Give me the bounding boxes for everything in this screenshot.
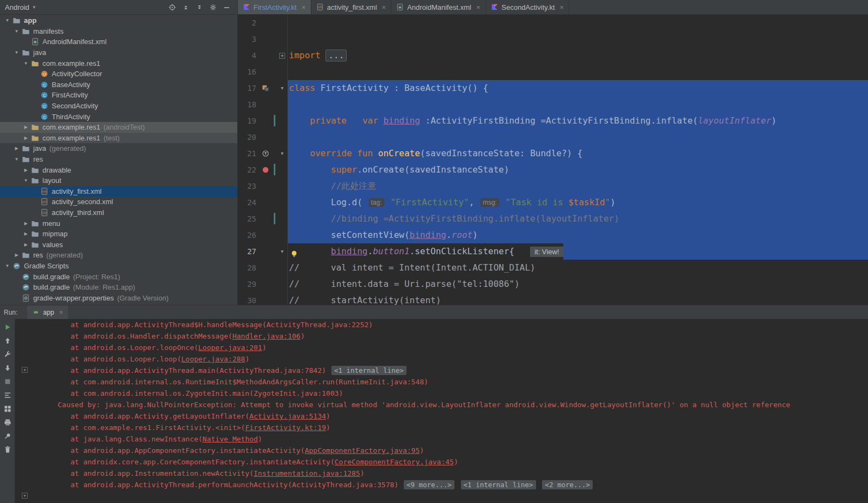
tree-item-res[interactable]: ▶res(generated) [0, 250, 237, 261]
tab-FirstActivity.kt[interactable]: FirstActivity.kt× [238, 0, 311, 14]
hide-icon[interactable] [223, 3, 231, 11]
chevron-down-icon[interactable]: ▼ [13, 50, 21, 55]
close-icon[interactable]: × [301, 3, 306, 11]
lambda-parameter-hint[interactable]: it: View! [530, 247, 563, 257]
fold-arrow-icon[interactable]: ▾ [277, 145, 287, 162]
collapse-all-icon[interactable] [182, 3, 190, 11]
pin-icon[interactable] [3, 432, 12, 440]
code-line-23[interactable]: 23 //此处注意 [238, 178, 868, 194]
tree-item-activity_second.xml[interactable]: </>activity_second.xml [0, 197, 237, 207]
folded-frames-chip[interactable]: <2 more...> [542, 480, 593, 489]
print-icon[interactable] [3, 418, 12, 427]
code-line-25[interactable]: 25 //binding =ActivityFirstBinding.infla… [238, 211, 868, 227]
layout-grid-icon[interactable] [3, 404, 12, 413]
stacktrace-link[interactable]: Instrumentation.java:1285 [254, 468, 360, 479]
close-icon[interactable]: × [59, 308, 63, 316]
tree-item-java[interactable]: ▼java [0, 47, 237, 58]
stacktrace-link[interactable]: Native Method [202, 433, 258, 445]
folded-frames-chip[interactable]: <1 internal line> [331, 366, 407, 375]
layout-icon[interactable] [262, 84, 269, 92]
tab-AndroidManifest.xml[interactable]: AndroidManifest.xml× [391, 0, 485, 14]
wrench-icon[interactable] [3, 350, 12, 359]
tree-item-com.example.res1[interactable]: ▼com.example.res1 [0, 58, 237, 69]
stacktrace-link[interactable]: AppComponentFactory.java:95 [305, 445, 420, 456]
code-line-4[interactable]: 4+import ... [238, 47, 868, 64]
fold-expand-icon[interactable]: + [279, 53, 285, 59]
folded-frames-chip[interactable]: <9 more...> [404, 480, 454, 489]
tree-item-ActivityCollector[interactable]: OActivityCollector [0, 69, 237, 79]
restore-layout-icon[interactable] [3, 391, 12, 400]
tab-activity_first.xml[interactable]: </>activity_first.xml× [311, 0, 391, 14]
console-fold-expand-icon[interactable]: + [22, 493, 28, 499]
tree-item-Gradle Scripts[interactable]: ▼Gradle Scripts [0, 261, 237, 272]
chevron-down-icon[interactable]: ▼ [3, 18, 11, 23]
fold-arrow-icon[interactable]: ▾ [277, 80, 287, 96]
tree-item-layout[interactable]: ▼layout [0, 175, 237, 186]
chevron-right-icon[interactable]: ▶ [22, 168, 30, 173]
intention-bulb-icon[interactable] [290, 247, 298, 255]
close-icon[interactable]: × [560, 3, 564, 11]
rerun-icon[interactable] [3, 323, 12, 332]
stacktrace-link[interactable]: Activity.java:5134 [249, 410, 326, 422]
chevron-right-icon[interactable]: ▶ [13, 253, 21, 257]
code-line-3[interactable]: 3 [238, 31, 868, 47]
close-icon[interactable]: × [476, 3, 481, 11]
fold-arrow-icon[interactable]: ▾ [277, 243, 287, 260]
locate-icon[interactable] [168, 3, 176, 11]
code-line-24[interactable]: 24 Log.d( tag: "FirstActivity", msg: "Ta… [238, 194, 868, 211]
tree-item-res[interactable]: ▼res [0, 154, 237, 165]
chevron-right-icon[interactable]: ▶ [22, 231, 30, 236]
code-line-16[interactable]: 16 [238, 64, 868, 80]
tree-item-activity_first.xml[interactable]: </>activity_first.xml [0, 186, 237, 197]
tree-item-BaseActivity[interactable]: CBaseActivity [0, 79, 237, 90]
parameter-hint[interactable]: tag: [369, 198, 384, 207]
tree-item-values[interactable]: ▶values [0, 239, 237, 250]
parameter-hint[interactable]: msg: [481, 198, 499, 207]
project-view-selector[interactable]: Android ▼ [5, 3, 36, 11]
override-icon[interactable] [262, 150, 269, 157]
settings-icon[interactable] [209, 3, 217, 11]
folded-frames-chip[interactable]: <1 internal line> [461, 480, 536, 489]
chevron-right-icon[interactable]: ▶ [22, 125, 30, 130]
tree-item-build.gradle[interactable]: build.gradle(Project: Res1) [0, 271, 237, 282]
stacktrace-link[interactable]: FirstActivity.kt:19 [245, 422, 326, 433]
chevron-down-icon[interactable]: ▼ [22, 178, 30, 183]
code-line-28[interactable]: 28// val intent = Intent(Intent.ACTION_D… [238, 260, 868, 276]
tree-item-mipmap[interactable]: ▶mipmap [0, 229, 237, 240]
tree-item-manifests[interactable]: ▼manifests [0, 26, 237, 37]
close-icon[interactable]: × [382, 3, 386, 11]
stacktrace-link[interactable]: Handler.java:106 [232, 330, 300, 342]
tree-item-SecondActivity[interactable]: CSecondActivity [0, 101, 237, 112]
editor[interactable]: 234+import ...1617▾class FirstActivity :… [238, 15, 868, 305]
chevron-right-icon[interactable]: ▶ [22, 221, 30, 226]
chevron-right-icon[interactable]: ▶ [13, 146, 21, 151]
code-line-29[interactable]: 29// intent.data = Uri.parse("tel:10086"… [238, 276, 868, 292]
tree-item-build.gradle[interactable]: build.gradle(Module: Res1.app) [0, 282, 237, 293]
chevron-down-icon[interactable]: ▼ [3, 263, 11, 268]
chevron-right-icon[interactable]: ▶ [22, 242, 30, 247]
code-line-2[interactable]: 2 [238, 15, 868, 31]
expand-all-icon[interactable] [195, 3, 204, 11]
breakpoint-icon[interactable] [262, 166, 269, 174]
code-line-18[interactable]: 18 [238, 96, 868, 113]
console-output[interactable]: at android.app.ActivityThread$H.handleMe… [16, 319, 868, 503]
tree-item-java[interactable]: ▶java(generated) [0, 143, 237, 154]
tree-item-ThirdActivity[interactable]: CThirdActivity [0, 111, 237, 122]
chevron-down-icon[interactable]: ▼ [22, 61, 30, 66]
tree-item-AndroidManifest.xml[interactable]: AndroidManifest.xml [0, 36, 237, 47]
console-fold-expand-icon[interactable]: + [22, 367, 28, 373]
code-line-17[interactable]: 17▾class FirstActivity : BaseActivity() … [238, 80, 868, 96]
code-line-27[interactable]: 27▾ binding.button1.setOnClickListener{ … [238, 243, 868, 260]
navigate-down-icon[interactable] [3, 364, 12, 372]
code-line-20[interactable]: 20 [238, 129, 868, 145]
tab-SecondActivity.kt[interactable]: SecondActivity.kt× [486, 0, 570, 14]
tree-item-com.example.res1[interactable]: ▶com.example.res1(androidTest) [0, 122, 237, 133]
chevron-down-icon[interactable]: ▼ [13, 29, 21, 34]
stacktrace-link[interactable]: Looper.java:288 [181, 353, 245, 365]
chevron-right-icon[interactable]: ▶ [22, 136, 30, 140]
tree-item-activity_third.xml[interactable]: </>activity_third.xml [0, 207, 237, 218]
tree-item-com.example.res1[interactable]: ▶com.example.res1(test) [0, 133, 237, 144]
tree-item-FirstActivity[interactable]: CFirstActivity [0, 90, 237, 101]
tree-item-app[interactable]: ▼app [0, 15, 237, 26]
chevron-down-icon[interactable]: ▼ [13, 157, 21, 162]
